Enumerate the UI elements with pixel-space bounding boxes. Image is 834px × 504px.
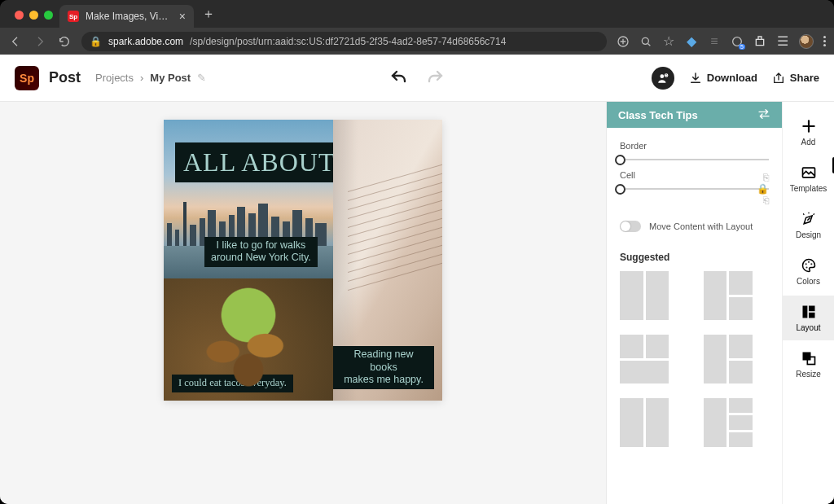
city-caption-l1: I like to go for walks [216, 239, 305, 251]
canvas-cell-taco[interactable]: I could eat tacos everyday. [164, 278, 333, 401]
download-icon [689, 72, 702, 85]
svg-point-9 [805, 266, 807, 268]
templates-icon [801, 164, 817, 181]
rail-templates[interactable]: Templates [783, 156, 834, 201]
rail-resize[interactable]: Resize [783, 342, 834, 387]
minimize-window-icon[interactable] [29, 11, 38, 20]
svg-point-8 [810, 263, 812, 265]
invite-button[interactable] [652, 67, 674, 90]
tool-rail: Add Templates Design Colors Layout R [782, 102, 834, 504]
rail-add-label: Add [801, 138, 816, 147]
new-tab-button[interactable]: ＋ [202, 6, 215, 23]
svg-rect-12 [809, 313, 815, 318]
url-host: spark.adobe.com [108, 36, 183, 47]
swap-icon[interactable] [757, 108, 770, 122]
rail-colors[interactable]: Colors [783, 249, 834, 294]
layout-option[interactable] [620, 398, 669, 447]
layout-option[interactable] [704, 398, 753, 447]
layout-suggestions [607, 271, 782, 447]
share-button[interactable]: Share [772, 72, 819, 85]
install-icon[interactable] [617, 35, 630, 48]
rail-layout-label: Layout [796, 323, 820, 332]
browser-tabbar: Sp Make Images, Videos and Web × ＋ [0, 0, 834, 28]
book-caption[interactable]: Reading new books makes me happy. [333, 346, 434, 389]
colors-icon [801, 257, 817, 274]
rail-colors-label: Colors [797, 277, 820, 286]
extensions-icon[interactable] [753, 35, 766, 48]
plus-icon [801, 118, 817, 134]
url-path: /sp/design/post/urn:aaid:sc:US:df2721d5-… [190, 36, 506, 47]
rail-add[interactable]: Add [783, 110, 834, 155]
ext1-icon[interactable]: ◆ [685, 35, 698, 48]
close-tab-icon[interactable]: × [179, 10, 186, 23]
book-caption-l1: Reading new books [354, 348, 414, 373]
forward-button[interactable] [33, 34, 47, 49]
share-label: Share [790, 72, 819, 84]
move-content-toggle-row: Move Content with Layout [620, 221, 769, 232]
suggested-heading: Suggested [607, 243, 782, 271]
browser-window: Sp Make Images, Videos and Web × ＋ 🔒 spa… [0, 0, 834, 504]
redo-button[interactable] [425, 68, 445, 88]
canvas-title-text[interactable]: ALL ABOUT ME! [175, 142, 333, 182]
layout-sidepanel: Class Tech Tips Border Cell ⎘🔒⎗ Move Con… [606, 102, 782, 504]
svg-rect-11 [809, 306, 815, 312]
browser-menu-icon[interactable] [823, 36, 826, 46]
tab-title: Make Images, Videos and Web [86, 11, 173, 22]
app-viewport: Sp Post Projects › My Post ✎ Download [0, 55, 834, 504]
rail-resize-label: Resize [796, 370, 821, 379]
download-button[interactable]: Download [689, 72, 757, 85]
svg-point-3 [660, 74, 664, 78]
zoom-icon[interactable] [639, 35, 652, 48]
rail-design[interactable]: Design [783, 203, 834, 248]
city-caption[interactable]: I like to go for walks around New York C… [204, 237, 318, 267]
crumb-current[interactable]: My Post [150, 72, 191, 84]
design-canvas[interactable]: ALL ABOUT ME! I like to go for walks aro… [164, 120, 442, 401]
favicon-icon: Sp [68, 11, 79, 22]
taco-caption[interactable]: I could eat tacos everyday. [172, 375, 293, 392]
ext2-icon[interactable]: ≡ [708, 35, 721, 48]
app-topbar: Sp Post Projects › My Post ✎ Download [0, 55, 834, 102]
browser-tab[interactable]: Sp Make Images, Videos and Web × [59, 5, 194, 28]
book-caption-l2: makes me happy. [344, 374, 424, 385]
city-caption-l2: around New York City. [211, 252, 311, 263]
extension-icons: ☆ ◆ ≡ 5 ☰ [617, 34, 826, 49]
chevron-right-icon: › [140, 72, 143, 84]
svg-point-1 [642, 37, 648, 44]
rail-templates-label: Templates [790, 184, 827, 193]
svg-rect-10 [802, 306, 807, 318]
app-logo[interactable]: Sp [15, 66, 39, 90]
reload-button[interactable] [57, 34, 72, 49]
address-bar[interactable]: 🔒 spark.adobe.com/sp/design/post/urn:aai… [81, 32, 607, 51]
canvas-cell-city[interactable]: ALL ABOUT ME! I like to go for walks aro… [164, 120, 333, 278]
crumb-projects[interactable]: Projects [95, 72, 134, 84]
profile-avatar[interactable] [799, 34, 814, 49]
star-icon[interactable]: ☆ [662, 35, 675, 48]
design-icon [801, 211, 817, 227]
window-controls [8, 11, 59, 28]
move-content-toggle[interactable] [620, 221, 641, 232]
lock-icon: 🔒 [90, 36, 102, 47]
sidepanel-controls: Border Cell ⎘🔒⎗ Move Content with Layout [607, 128, 782, 243]
share-icon [772, 72, 785, 85]
ext3-icon[interactable]: 5 [731, 35, 744, 48]
layout-option[interactable] [704, 335, 753, 383]
download-label: Download [707, 72, 757, 84]
reading-list-icon[interactable]: ☰ [776, 35, 789, 48]
resize-icon [801, 350, 817, 366]
sidepanel-title: Class Tech Tips [618, 109, 698, 121]
layout-option[interactable] [620, 335, 669, 383]
back-button[interactable] [8, 34, 23, 49]
move-content-label: Move Content with Layout [649, 221, 753, 231]
pencil-icon[interactable]: ✎ [197, 72, 206, 84]
workspace[interactable]: ALL ABOUT ME! I like to go for walks aro… [0, 102, 606, 504]
border-slider[interactable] [620, 151, 769, 169]
browser-toolbar: 🔒 spark.adobe.com/sp/design/post/urn:aai… [0, 28, 834, 55]
canvas-cell-book[interactable]: Reading new books makes me happy. [333, 120, 442, 401]
layout-option[interactable] [620, 271, 669, 320]
undo-button[interactable] [389, 68, 409, 88]
rail-layout[interactable]: Layout [783, 296, 834, 340]
maximize-window-icon[interactable] [44, 11, 53, 20]
layout-icon [801, 304, 817, 320]
close-window-icon[interactable] [15, 11, 24, 20]
layout-option[interactable] [704, 271, 753, 320]
